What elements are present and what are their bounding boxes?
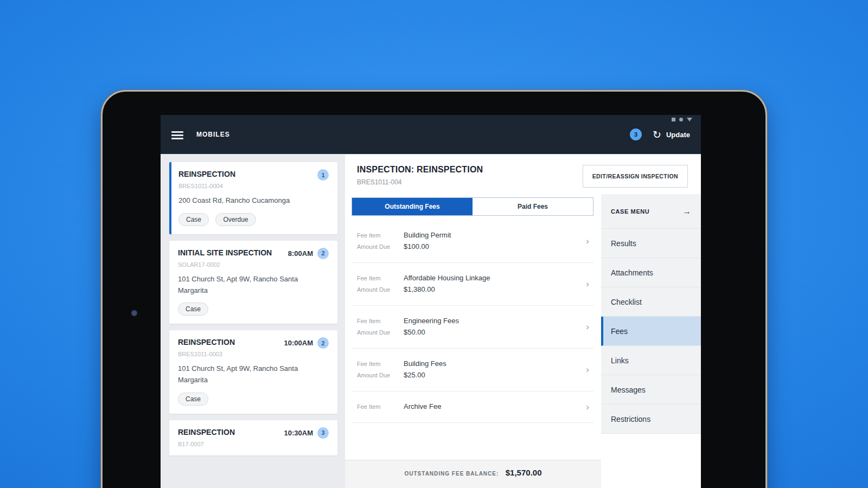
fee-item-name: Affordable Housing Linkage xyxy=(404,274,490,282)
inspection-count-badge: 1 xyxy=(317,169,329,181)
inspection-card[interactable]: REINSPECTION 10:30AM 3 B17-0007 xyxy=(169,420,337,455)
fee-amount: $100.00 xyxy=(404,242,429,251)
fee-list: Fee Item Building Permit Amount Due $100… xyxy=(352,220,593,423)
inspection-title: REINSPECTION xyxy=(178,169,313,179)
fee-item-label: Fee Item xyxy=(357,317,404,325)
fees-tab-group: Outstanding Fees Paid Fees xyxy=(352,197,593,216)
fee-item-name: Engineering Fees xyxy=(404,317,459,325)
outstanding-balance-bar: OUTSTANDING FEE BALANCE: $1,570.00 xyxy=(345,460,601,488)
inspection-count-badge: 2 xyxy=(317,337,329,349)
sync-count-badge: 3 xyxy=(630,129,642,140)
tag-chip: Case xyxy=(178,213,209,226)
inspection-address: 200 Coast Rd, Rancho Cucamonga xyxy=(178,195,329,207)
status-square-icon xyxy=(672,118,675,121)
inspection-title: REINSPECTION xyxy=(178,337,280,348)
inspection-title: REINSPECTION xyxy=(178,427,280,438)
fee-item-name: Building Permit xyxy=(404,231,451,239)
case-menu-title: CASE MENU xyxy=(611,208,649,215)
fee-row[interactable]: Fee Item Affordable Housing Linkage Amou… xyxy=(352,263,593,306)
app-bar: MOBILES 3 ↻ Update xyxy=(161,115,701,154)
chevron-right-icon: › xyxy=(586,402,589,413)
inspection-time: 10:30AM xyxy=(284,429,313,437)
inspection-card[interactable]: INITIAL SITE INSPECTION 8:00AM 2 SOLAR17… xyxy=(169,241,337,324)
case-menu-item-messages[interactable]: Messages xyxy=(601,375,701,404)
inspection-code: BRES1011-0003 xyxy=(178,351,329,357)
fee-row[interactable]: Fee Item Building Permit Amount Due $100… xyxy=(352,220,593,263)
fee-item-name: Building Fees xyxy=(404,359,446,368)
wifi-icon xyxy=(687,118,692,121)
fee-amount: $1,380.00 xyxy=(404,285,435,293)
chevron-right-icon: › xyxy=(586,364,589,375)
amount-due-label: Amount Due xyxy=(357,285,404,293)
app-title: MOBILES xyxy=(196,131,230,138)
app-screen: MOBILES 3 ↻ Update REINSPECTION 1 BRES10… xyxy=(161,115,701,488)
front-camera xyxy=(132,311,137,316)
inspection-count-badge: 2 xyxy=(317,248,329,259)
inspection-address: 101 Church St, Apt 9W, Rancho Santa Marg… xyxy=(178,363,329,386)
fee-row[interactable]: Fee Item Building Fees Amount Due $25.00… xyxy=(352,349,593,391)
tab-paid-fees[interactable]: Paid Fees xyxy=(473,198,593,215)
menu-icon[interactable] xyxy=(171,130,183,141)
inspection-code: SOLAR17-0002 xyxy=(178,261,329,268)
inspection-time: 8:00AM xyxy=(288,249,313,258)
amount-due-label: Amount Due xyxy=(357,242,404,251)
inspection-card[interactable]: REINSPECTION 1 BRES1011-0004 200 Coast R… xyxy=(169,162,337,234)
case-menu-item-checklist[interactable]: Checklist xyxy=(601,287,701,317)
inspection-count-badge: 3 xyxy=(317,427,329,439)
refresh-icon[interactable]: ↻ xyxy=(653,130,661,140)
update-button[interactable]: Update xyxy=(666,131,690,139)
tab-outstanding-fees[interactable]: Outstanding Fees xyxy=(352,198,473,215)
fee-item-label: Fee Item xyxy=(357,274,404,282)
status-dot-icon xyxy=(679,118,683,121)
detail-title: INSPECTION: REINSPECTION xyxy=(357,165,483,175)
tag-chip: Case xyxy=(178,303,208,316)
inspection-code: BRES1011-0004 xyxy=(178,183,329,189)
fee-amount: $50.00 xyxy=(404,328,425,336)
tag-chip: Case xyxy=(178,393,208,406)
chevron-right-icon: › xyxy=(586,279,589,290)
case-menu-item-fees[interactable]: Fees xyxy=(601,317,701,346)
inspection-address: 101 Church St, Apt 9W, Rancho Santa Marg… xyxy=(178,274,329,297)
case-menu-item-attachments[interactable]: Attachments xyxy=(601,258,701,287)
chevron-right-icon: › xyxy=(586,236,589,247)
case-menu-item-results[interactable]: Results xyxy=(601,229,701,258)
inspection-card[interactable]: REINSPECTION 10:00AM 2 BRES1011-0003 101… xyxy=(169,330,337,414)
detail-code: BRES1011-004 xyxy=(357,178,483,186)
amount-due-label: Amount Due xyxy=(357,328,404,336)
inspection-detail-panel: INSPECTION: REINSPECTION BRES1011-004 ED… xyxy=(345,154,701,488)
inspection-time: 10:00AM xyxy=(284,339,313,347)
case-menu-item-restrictions[interactable]: Restrictions xyxy=(601,404,701,434)
arrow-right-icon: → xyxy=(682,207,691,216)
inspection-code: B17-0007 xyxy=(178,441,329,447)
case-menu-header[interactable]: CASE MENU → xyxy=(601,194,701,229)
amount-due-label: Amount Due xyxy=(357,371,404,379)
case-menu: CASE MENU → Results Attachments Checklis… xyxy=(601,194,701,488)
balance-label: OUTSTANDING FEE BALANCE: xyxy=(405,471,499,477)
fees-section: Outstanding Fees Paid Fees Fee Item Buil… xyxy=(345,194,601,488)
fee-item-name: Archive Fee xyxy=(404,402,441,410)
fee-item-label: Fee Item xyxy=(357,359,404,368)
tag-chip: Overdue xyxy=(215,213,256,226)
status-bar xyxy=(672,118,692,121)
fee-row[interactable]: Fee Item Archive Fee › xyxy=(352,391,593,423)
fee-row[interactable]: Fee Item Engineering Fees Amount Due $50… xyxy=(352,306,593,349)
edit-reassign-inspection-button[interactable]: EDIT/REASSIGN INSPECTION xyxy=(583,165,688,188)
fee-item-label: Fee Item xyxy=(357,231,404,239)
inspection-title: INITIAL SITE INSPECTION xyxy=(178,248,284,258)
fee-amount: $25.00 xyxy=(404,371,425,379)
balance-value: $1,570.00 xyxy=(506,468,542,477)
fee-item-label: Fee Item xyxy=(357,402,404,410)
chevron-right-icon: › xyxy=(586,322,589,332)
inspection-list-panel: REINSPECTION 1 BRES1011-0004 200 Coast R… xyxy=(161,154,345,488)
case-menu-item-links[interactable]: Links xyxy=(601,346,701,375)
